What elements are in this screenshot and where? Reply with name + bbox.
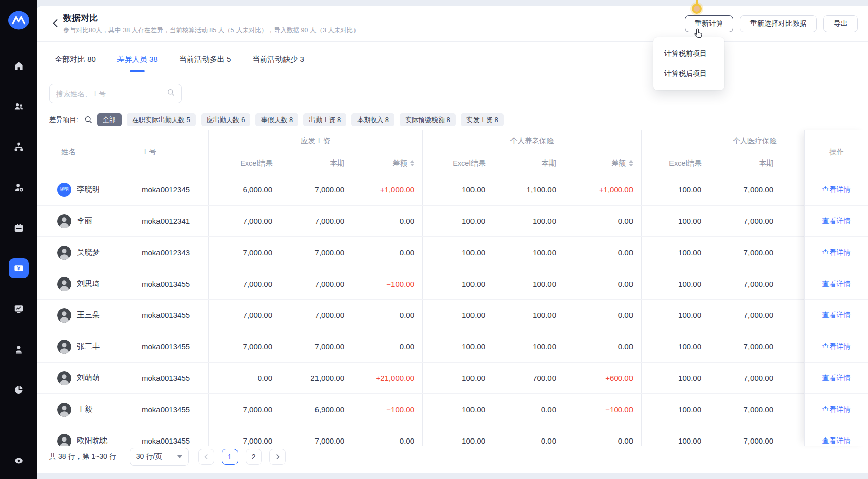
performance-icon: [13, 303, 24, 314]
avatar: [57, 403, 71, 417]
view-detail-link[interactable]: 查看详情: [822, 342, 851, 351]
view-detail-link[interactable]: 查看详情: [822, 217, 851, 226]
action-cell: 查看详情: [805, 331, 868, 363]
filter-chip-4[interactable]: 事假天数 8: [255, 113, 298, 126]
sidebar-item-home[interactable]: [9, 56, 29, 76]
tab-1[interactable]: 全部对比 80: [55, 55, 96, 72]
sidebar-item-approval[interactable]: [9, 339, 29, 360]
sidebar-item-calendar[interactable]: [9, 218, 29, 238]
filter-chip-1[interactable]: 全部: [97, 113, 122, 126]
col-group-title: 应发工资: [209, 130, 422, 152]
search-input[interactable]: [56, 90, 167, 98]
next-page-button[interactable]: [269, 449, 286, 465]
table-row: 刘思琦moka00134557,000.007,000.00−100.00100…: [37, 268, 868, 300]
reselect-button[interactable]: 重新选择对比数据: [740, 15, 817, 32]
value-cell: 0.00: [352, 206, 422, 236]
filter-chip-7[interactable]: 实际预缴税额 8: [400, 113, 456, 126]
sidebar-item-recruit[interactable]: [9, 177, 29, 197]
tab-3[interactable]: 当前活动多出 5: [179, 55, 231, 72]
app-root: 数据对比 参与对比80人，其中 38 人存在差异，当前核算活动 85 人（5 人…: [0, 0, 868, 479]
value-cell: 7,000.00: [709, 394, 781, 425]
view-detail-link[interactable]: 查看详情: [822, 311, 851, 320]
sort-icon[interactable]: [410, 160, 414, 166]
value-cell: 100.00: [422, 237, 493, 268]
page-header: 数据对比 参与对比80人，其中 38 人存在差异，当前核算活动 85 人（5 人…: [37, 6, 868, 42]
menu-item-1[interactable]: 计算税前项目: [653, 43, 724, 63]
recalculate-button[interactable]: 重新计算: [685, 15, 733, 32]
tab-bar: 全部对比 80差异人员 38当前活动多出 5当前活动缺少 3: [55, 55, 304, 72]
sidebar-item-payroll[interactable]: [9, 258, 29, 278]
avatar: [57, 246, 71, 260]
col-header[interactable]: 差额: [564, 152, 641, 174]
menu-item-2[interactable]: 计算税后项目: [653, 63, 724, 84]
employee-name: 欧阳眈眈: [77, 436, 107, 446]
sidebar-item-org[interactable]: [9, 137, 29, 157]
value-cell: 7,000.00: [709, 206, 781, 236]
value-cell: 0.00: [493, 394, 564, 425]
value-cell: 100.00: [641, 268, 709, 299]
table-header: 姓名工号应发工资Excel结果本期差额个人养老保险Excel结果本期差额个人医疗…: [37, 130, 868, 174]
filter-search-icon[interactable]: [85, 116, 92, 124]
view-detail-link[interactable]: 查看详情: [822, 185, 851, 194]
filter-chip-5[interactable]: 出勤工资 8: [303, 113, 346, 126]
value-cell: 100.00: [422, 425, 493, 446]
view-detail-link[interactable]: 查看详情: [822, 436, 851, 446]
value-cell: 7,000.00: [208, 425, 281, 446]
employee-name-cell: 王毅: [37, 394, 142, 425]
col-header: 本期: [281, 152, 353, 174]
back-button[interactable]: [52, 19, 58, 30]
action-cell: 查看详情: [805, 394, 868, 425]
filter-chip-6[interactable]: 本期收入 8: [351, 113, 394, 126]
employee-name: 王三朵: [77, 310, 100, 320]
col-header[interactable]: 差额: [352, 152, 422, 174]
filter-chip-2[interactable]: 在职实际出勤天数 5: [127, 113, 196, 126]
value-cell: 7,000.00: [281, 425, 352, 446]
view-detail-link[interactable]: 查看详情: [822, 280, 851, 289]
pagination: 12: [198, 449, 286, 465]
page-button-1[interactable]: 1: [222, 449, 238, 465]
prev-page-button[interactable]: [198, 449, 214, 465]
col-header: 本期: [494, 152, 565, 174]
header-buttons: 重新计算重新选择对比数据导出: [685, 15, 858, 32]
sidebar-item-contacts[interactable]: [9, 96, 29, 116]
value-cell: 7,000.00: [208, 206, 281, 236]
contacts-icon: [13, 101, 24, 112]
view-detail-link[interactable]: 查看详情: [822, 405, 851, 414]
calendar-icon: [13, 222, 24, 233]
value-cell: 100.00: [493, 206, 564, 236]
value-cell: 0.00: [352, 300, 422, 331]
value-cell: 0.00: [564, 300, 641, 331]
moka-logo-icon[interactable]: [7, 10, 30, 32]
page-title: 数据对比: [63, 12, 98, 24]
search-icon[interactable]: [167, 89, 175, 98]
page-button-2[interactable]: 2: [246, 449, 262, 465]
value-cell: 7,000.00: [208, 268, 281, 299]
value-cell: 7,000.00: [281, 206, 352, 236]
sort-icon[interactable]: [629, 160, 633, 166]
filter-chip-3[interactable]: 应出勤天数 6: [201, 113, 251, 126]
page-size-select[interactable]: 30 行/页: [130, 448, 189, 466]
value-cell: 7,000.00: [281, 174, 352, 205]
comparison-table: 姓名工号应发工资Excel结果本期差额个人养老保险Excel结果本期差额个人医疗…: [37, 130, 868, 446]
export-button[interactable]: 导出: [823, 15, 858, 32]
sidebar-item-performance[interactable]: [9, 299, 29, 319]
value-cell: 100.00: [422, 394, 493, 425]
sidebar-nav: [0, 56, 37, 471]
value-cell: 100.00: [422, 331, 493, 362]
value-cell: 100.00: [641, 363, 709, 393]
col-header: Excel结果: [423, 152, 494, 174]
filter-chip-8[interactable]: 实发工资 8: [461, 113, 504, 126]
sidebar-item-report[interactable]: [9, 380, 29, 400]
view-detail-link[interactable]: 查看详情: [822, 248, 851, 257]
sidebar-item-assistant[interactable]: [9, 451, 29, 471]
value-cell: +1,000.00: [564, 174, 641, 205]
tab-2[interactable]: 差异人员 38: [117, 55, 158, 72]
employee-id-cell: moka0013455: [142, 363, 208, 393]
value-cell: 100.00: [422, 363, 493, 393]
view-detail-link[interactable]: 查看详情: [822, 374, 851, 383]
avatar: [57, 277, 71, 291]
employee-id-cell: moka0012341: [142, 206, 208, 236]
action-cell: 查看详情: [805, 300, 868, 331]
chevron-down-icon: [177, 455, 182, 458]
tab-4[interactable]: 当前活动缺少 3: [252, 55, 304, 72]
